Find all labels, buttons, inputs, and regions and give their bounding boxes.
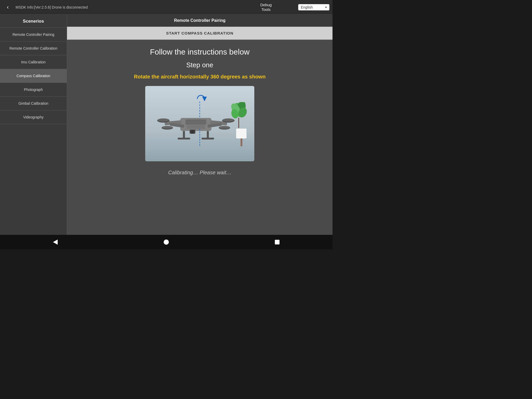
content-body: Follow the instructions below Step one R… [67, 40, 332, 235]
top-bar: ‹ MSDK Info:[Ver:2.5.6] Drone is disconn… [0, 0, 332, 15]
sidebar-item-videography[interactable]: Videography [0, 110, 67, 124]
sidebar-title: Scenerios [0, 15, 67, 28]
back-button[interactable]: ‹ [3, 3, 12, 12]
calibrating-status: Calibrating… Please wait… [168, 170, 231, 176]
back-nav-button[interactable] [50, 236, 61, 248]
sidebar-item-imu-calibration[interactable]: Imu Calibration [0, 55, 67, 69]
plant-decoration [236, 129, 247, 146]
instruction-title: Follow the instructions below [150, 48, 250, 56]
svg-point-6 [158, 119, 169, 121]
svg-rect-18 [202, 138, 214, 139]
svg-rect-16 [207, 131, 209, 138]
home-nav-icon [164, 240, 169, 245]
chevron-down-icon: ▾ [325, 5, 327, 9]
content-header: Remote Controller Pairing [67, 15, 332, 27]
svg-rect-15 [183, 131, 185, 138]
sidebar-item-remote-controller-pairing[interactable]: Remote Controller Pairing [0, 28, 67, 42]
rotate-instruction: Rotate the aircraft horizontally 360 deg… [134, 74, 266, 80]
rotation-arrow-icon [195, 93, 207, 106]
svg-point-14 [219, 126, 230, 129]
language-label: English [301, 5, 313, 9]
sidebar: Scenerios Remote Controller Pairing Remo… [0, 15, 67, 235]
recent-nav-button[interactable] [271, 236, 283, 248]
svg-rect-2 [187, 125, 205, 129]
drone-illustration [145, 86, 254, 161]
recent-nav-icon [275, 240, 280, 244]
sidebar-item-compass-calibration[interactable]: Compass Calibration [0, 69, 67, 83]
svg-point-11 [162, 126, 172, 129]
back-nav-icon [53, 240, 58, 245]
debug-tools-title: DebugTools [260, 3, 272, 12]
svg-rect-1 [185, 119, 206, 125]
svg-point-20 [191, 130, 194, 133]
main-layout: Scenerios Remote Controller Pairing Remo… [0, 15, 332, 235]
drone-image [157, 105, 235, 142]
home-nav-button[interactable] [161, 236, 172, 248]
start-compass-calibration-button[interactable]: START COMPASS CALIBRATION [67, 27, 332, 40]
axis-line-bottom [200, 129, 200, 146]
app-info: MSDK Info:[Ver:2.5.6] Drone is disconnec… [16, 5, 298, 9]
content-area: Remote Controller Pairing START COMPASS … [67, 15, 332, 235]
sidebar-item-gimbal-calibration[interactable]: Gimbal Calibration [0, 97, 67, 110]
step-label: Step one [186, 61, 213, 69]
bottom-navigation [0, 235, 332, 249]
sidebar-item-remote-controller-calibration[interactable]: Remote Controller Calibration [0, 42, 67, 55]
svg-rect-17 [178, 138, 190, 139]
language-selector[interactable]: English ▾ [298, 4, 329, 10]
sidebar-item-photograph[interactable]: Photograph [0, 83, 67, 97]
